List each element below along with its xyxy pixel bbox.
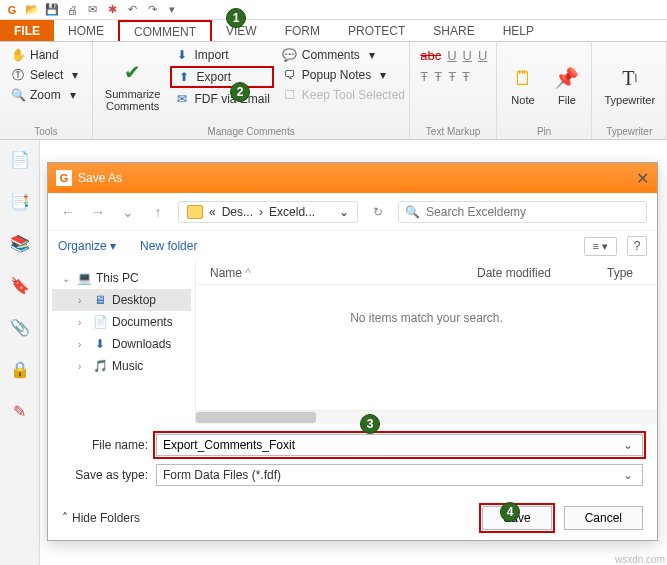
sidebar-page-icon[interactable]: 📄 xyxy=(9,148,31,170)
sidebar-attachment-icon[interactable]: 📎 xyxy=(9,316,31,338)
col-date[interactable]: Date modified xyxy=(477,266,607,280)
file-list-header: Name ^ Date modified Type xyxy=(196,261,657,285)
sidebar-security-icon[interactable]: 🔒 xyxy=(9,358,31,380)
dialog-nav: ← → ⌄ ↑ « Des... › Exceld... ⌄ ↻ 🔍 xyxy=(48,193,657,231)
select-icon: Ⓣ xyxy=(10,68,26,82)
tab-form[interactable]: FORM xyxy=(271,20,334,41)
export-label: Export xyxy=(196,70,231,84)
chevron-down-icon: ▾ xyxy=(65,88,81,102)
note-button[interactable]: 🗒Note xyxy=(503,46,543,124)
tree-music[interactable]: ›🎵Music xyxy=(52,355,191,377)
crumb-sep: « xyxy=(209,205,216,219)
open-icon[interactable]: 📂 xyxy=(24,2,40,18)
chevron-down-icon[interactable]: ⌄ xyxy=(620,468,636,482)
redo-icon[interactable]: ↷ xyxy=(144,2,160,18)
qat-more-icon[interactable]: ▾ xyxy=(164,2,180,18)
import-label: Import xyxy=(194,48,228,62)
up-button[interactable]: ↑ xyxy=(148,204,168,220)
keep-tool-checkbox[interactable]: ☐Keep Tool Selected xyxy=(278,86,409,104)
tree-label: Documents xyxy=(112,315,173,329)
group-label: Typewriter xyxy=(598,124,660,137)
tree-label: Music xyxy=(112,359,143,373)
export-button[interactable]: ⬆Export xyxy=(170,66,273,88)
save-icon[interactable]: 💾 xyxy=(44,2,60,18)
breadcrumb[interactable]: « Des... › Exceld... ⌄ xyxy=(178,201,358,223)
tab-comment[interactable]: COMMENT xyxy=(118,20,212,41)
ribbon: ✋Hand ⓉSelect▾ 🔍Zoom▾ Tools ✔ Summarize … xyxy=(0,42,667,140)
select-label: Select xyxy=(30,68,63,82)
close-icon[interactable]: ✕ xyxy=(636,169,649,188)
group-label: Text Markup xyxy=(416,124,490,137)
empty-message: No items match your search. xyxy=(196,285,657,410)
refresh-button[interactable]: ↻ xyxy=(368,205,388,219)
tree-documents[interactable]: ›📄Documents xyxy=(52,311,191,333)
tab-file[interactable]: FILE xyxy=(0,20,54,41)
documents-icon: 📄 xyxy=(92,315,108,329)
hand-tool[interactable]: ✋Hand xyxy=(6,46,87,64)
search-input[interactable] xyxy=(426,205,640,219)
cancel-button[interactable]: Cancel xyxy=(564,506,643,530)
crumb-2: Exceld... xyxy=(269,205,315,219)
note-icon: 🗒 xyxy=(509,64,537,92)
tab-share[interactable]: SHARE xyxy=(419,20,488,41)
sidebar-layers-icon[interactable]: 📚 xyxy=(9,232,31,254)
crumb-1: Des... xyxy=(222,205,253,219)
search-box[interactable]: 🔍 xyxy=(398,201,647,223)
tab-help[interactable]: HELP xyxy=(489,20,548,41)
tab-protect[interactable]: PROTECT xyxy=(334,20,419,41)
scroll-thumb[interactable] xyxy=(196,412,316,423)
chevron-down-icon[interactable]: ⌄ xyxy=(621,438,636,452)
tree-this-pc[interactable]: ⌄💻This PC xyxy=(52,267,191,289)
new-icon[interactable]: ✱ xyxy=(104,2,120,18)
tree-downloads[interactable]: ›⬇Downloads xyxy=(52,333,191,355)
organize-dropdown[interactable]: Organize ▾ xyxy=(58,239,116,253)
filename-field[interactable]: ⌄ xyxy=(156,434,643,456)
chevron-down-icon[interactable]: ⌄ xyxy=(118,204,138,220)
checkbox-icon: ☐ xyxy=(282,88,298,102)
saveastype-field[interactable]: Form Data Files (*.fdf) ⌄ xyxy=(156,464,643,486)
callout-badge-1: 1 xyxy=(226,8,246,28)
zoom-tool[interactable]: 🔍Zoom▾ xyxy=(6,86,87,104)
left-sidebar: 📄 📑 📚 🔖 📎 🔒 ✎ xyxy=(0,140,40,565)
save-as-dialog: G Save As ✕ ← → ⌄ ↑ « Des... › Exceld...… xyxy=(47,162,658,541)
dialog-title: Save As xyxy=(78,171,122,185)
view-mode-button[interactable]: ≡ ▾ xyxy=(584,237,617,256)
typewriter-button[interactable]: TITypewriter xyxy=(598,46,661,124)
sidebar-bookmark-icon[interactable]: 🔖 xyxy=(9,274,31,296)
forward-button[interactable]: → xyxy=(88,204,108,220)
mail-icon[interactable]: ✉ xyxy=(84,2,100,18)
filename-label: File name: xyxy=(62,438,148,452)
summarize-comments-button[interactable]: ✔ Summarize Comments xyxy=(99,46,167,124)
text-markup-row2[interactable]: ŦŦŦŦ xyxy=(416,67,491,86)
group-text-markup: abcUUU ŦŦŦŦ Text Markup xyxy=(410,42,497,139)
comments-dropdown[interactable]: 💬Comments▾ xyxy=(278,46,409,64)
chevron-down-icon[interactable]: ⌄ xyxy=(339,205,349,219)
sidebar-sign-icon[interactable]: ✎ xyxy=(9,400,31,422)
new-folder-button[interactable]: New folder xyxy=(140,239,197,253)
select-tool[interactable]: ⓉSelect▾ xyxy=(6,66,87,84)
sidebar-pages-icon[interactable]: 📑 xyxy=(9,190,31,212)
summarize-label: Summarize Comments xyxy=(105,88,161,112)
back-button[interactable]: ← xyxy=(58,204,78,220)
tab-home[interactable]: HOME xyxy=(54,20,118,41)
fdf-email-button[interactable]: ✉FDF via Email xyxy=(170,90,273,108)
file-list-area: Name ^ Date modified Type No items match… xyxy=(196,261,657,424)
col-type[interactable]: Type xyxy=(607,266,657,280)
filename-input[interactable] xyxy=(163,438,621,452)
horizontal-scrollbar[interactable] xyxy=(196,410,657,424)
popup-notes-dropdown[interactable]: 🗨Popup Notes▾ xyxy=(278,66,409,84)
col-name[interactable]: Name ^ xyxy=(196,266,477,280)
help-button[interactable]: ? xyxy=(627,236,647,256)
typewriter-icon: TI xyxy=(616,64,644,92)
file-attach-button[interactable]: 📌File xyxy=(547,46,587,124)
callout-badge-4: 4 xyxy=(500,502,520,522)
file-label: File xyxy=(558,94,576,106)
import-button[interactable]: ⬇Import xyxy=(170,46,273,64)
print-icon[interactable]: 🖨 xyxy=(64,2,80,18)
text-markup-row1[interactable]: abcUUU xyxy=(416,46,491,65)
group-tools: ✋Hand ⓉSelect▾ 🔍Zoom▾ Tools xyxy=(0,42,93,139)
hide-folders-toggle[interactable]: ˄Hide Folders xyxy=(62,511,140,525)
tree-label: Desktop xyxy=(112,293,156,307)
tree-desktop[interactable]: ›🖥Desktop xyxy=(52,289,191,311)
undo-icon[interactable]: ↶ xyxy=(124,2,140,18)
